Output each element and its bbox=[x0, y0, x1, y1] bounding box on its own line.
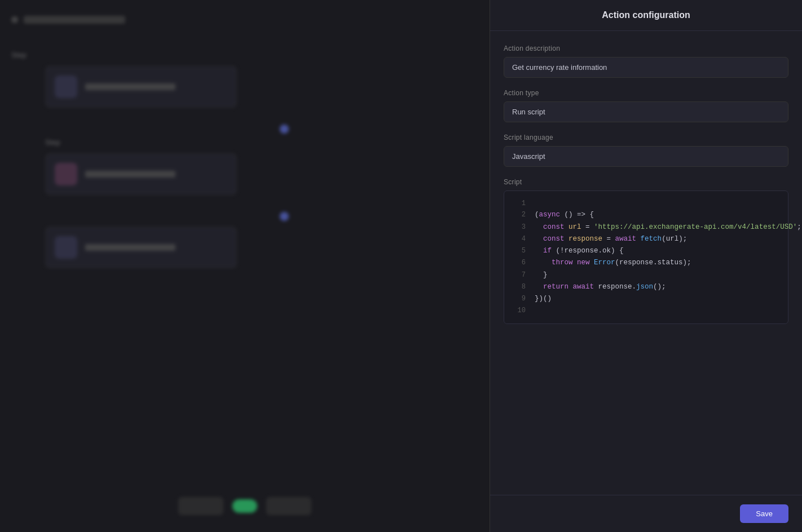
code-line-10: 10 bbox=[504, 305, 788, 316]
action-type-group: Action type Run script bbox=[504, 89, 788, 122]
panel-body: Action description Action type Run scrip… bbox=[490, 31, 802, 495]
step-2-label: Step bbox=[45, 138, 478, 147]
action-description-group: Action description bbox=[504, 45, 788, 78]
script-language-group: Script language Javascript bbox=[504, 134, 788, 167]
panel-footer: Save bbox=[490, 495, 802, 532]
action-type-select[interactable]: Run script bbox=[504, 101, 788, 122]
node-card-3[interactable] bbox=[45, 227, 237, 268]
code-line-6: 6 throw new Error(response.status); bbox=[504, 257, 788, 269]
script-editor[interactable]: 1 2 (async () => { 3 const url = 'https:… bbox=[504, 190, 788, 324]
action-config-panel: Action configuration Action description … bbox=[490, 0, 802, 532]
script-group: Script 1 2 (async () => { 3 const url = … bbox=[504, 178, 788, 324]
node-card-1[interactable] bbox=[45, 66, 237, 108]
script-label: Script bbox=[504, 178, 788, 186]
code-line-2: 2 (async () => { bbox=[504, 209, 788, 221]
code-line-3: 3 const url = 'https://api.exchangerate-… bbox=[504, 221, 788, 233]
node-card-2[interactable] bbox=[45, 153, 237, 195]
code-line-8: 8 return await response.json(); bbox=[504, 281, 788, 293]
script-language-label: Script language bbox=[504, 134, 788, 141]
code-line-5: 5 if (!response.ok) { bbox=[504, 245, 788, 257]
code-line-7: 7 } bbox=[504, 269, 788, 281]
code-line-9: 9 })() bbox=[504, 293, 788, 305]
panel-title: Action configuration bbox=[504, 10, 788, 20]
script-language-select[interactable]: Javascript bbox=[504, 146, 788, 167]
action-description-label: Action description bbox=[504, 45, 788, 52]
action-description-input[interactable] bbox=[504, 57, 788, 78]
workflow-panel: Step Step bbox=[0, 0, 490, 532]
panel-header: Action configuration bbox=[490, 0, 802, 31]
action-type-label: Action type bbox=[504, 89, 788, 97]
save-button[interactable]: Save bbox=[740, 504, 788, 523]
code-line-4: 4 const response = await fetch(url); bbox=[504, 233, 788, 245]
code-line-1: 1 bbox=[504, 198, 788, 209]
step-1-label: Step bbox=[11, 51, 478, 59]
